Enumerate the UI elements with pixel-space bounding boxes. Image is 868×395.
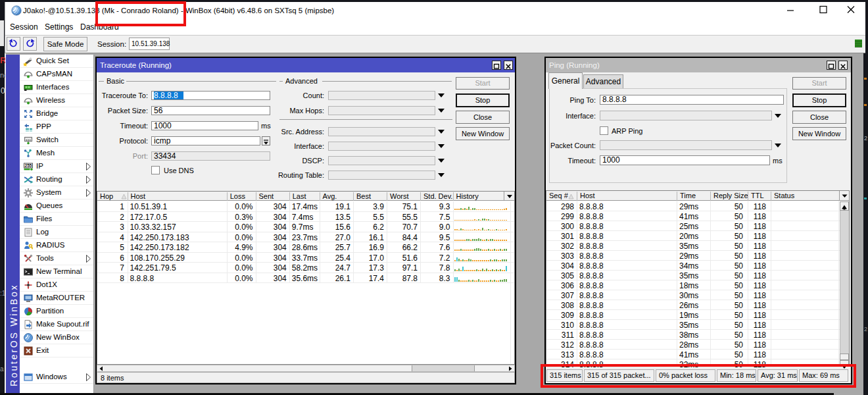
- svg-text:255: 255: [25, 163, 32, 168]
